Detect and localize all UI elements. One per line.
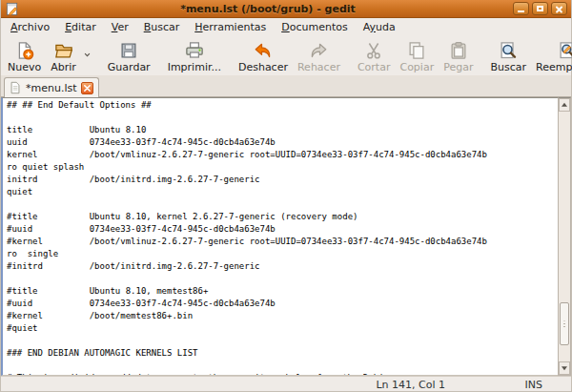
toolbar-label: Reemplazar [536,61,572,73]
chevron-down-icon [82,50,92,63]
arrow-up-icon [562,103,567,107]
toolbar-label: Deshacer [238,61,288,73]
gedit-app-icon [5,2,19,16]
text-view[interactable]: ## ## End Default Options ## title Ubunt… [1,97,558,376]
thumb-grip-icon [563,320,565,327]
toolbar: NuevoAbrirGuardarImprimir...DeshacerReha… [1,37,571,75]
close-icon [83,84,92,93]
title-bar[interactable]: *menu.lst (/boot/grub) - gedit [1,0,571,18]
editor-text[interactable]: ## ## End Default Options ## title Ubunt… [3,98,558,376]
replace-button[interactable]: Reemplazar [531,38,572,74]
maximize-button[interactable] [532,2,548,15]
minimize-button[interactable] [513,2,529,15]
undo-icon [254,41,273,60]
open-dropdown-button[interactable] [81,38,95,74]
paste-button: Pegar [439,38,478,74]
document-tab[interactable]: *menu.lst [4,77,99,97]
menu-documentos[interactable]: Documentos [274,19,355,36]
editor-area: ## ## End Default Options ## title Ubunt… [1,97,571,376]
toolbar-label: Cortar [358,61,391,73]
window-title: *menu.lst (/boot/grub) - gedit [23,3,513,15]
redo-icon [309,41,328,60]
tab-close-button[interactable] [81,82,93,94]
print-icon [185,41,204,60]
search-button[interactable]: Buscar [485,38,531,74]
menu-ayuda[interactable]: Ayuda [356,19,403,36]
redo-button: Rehacer [293,38,345,74]
search-icon [499,41,518,60]
window-controls [513,2,567,15]
gedit-window: *menu.lst (/boot/grub) - gedit ArchivoEd… [0,0,572,392]
toolbar-label: Guardar [108,61,151,73]
toolbar-label: Abrir [51,61,76,73]
menu-editar[interactable]: Editar [57,19,104,36]
menu-herramientas[interactable]: Herramientas [187,19,274,36]
paste-icon [449,41,468,60]
maximize-icon [537,6,543,11]
new-document-button[interactable]: Nuevo [3,38,46,74]
status-bar: Ln 141, Col 1 INS [1,376,571,391]
cursor-position-label: Ln 141, Col 1 [376,379,445,391]
scrollbar-thumb[interactable] [560,302,569,345]
save-button[interactable]: Guardar [103,38,155,74]
insert-mode-label: INS [525,379,542,391]
open-folder-icon [54,41,73,60]
toolbar-label: Buscar [490,61,526,73]
menu-buscar[interactable]: Buscar [136,19,188,36]
copy-button: Copiar [395,38,439,74]
cut-icon [364,41,383,60]
toolbar-label: Copiar [399,61,434,73]
toolbar-label: Pegar [443,61,473,73]
toolbar-label: Rehacer [297,61,340,73]
close-button[interactable] [551,2,567,15]
vertical-scrollbar[interactable] [558,97,571,376]
undo-button[interactable]: Deshacer [234,38,293,74]
replace-icon [558,41,572,60]
tab-bar: *menu.lst [1,75,571,97]
print-button[interactable]: Imprimir... [163,38,226,74]
arrow-down-icon [562,366,567,370]
cut-button: Cortar [353,38,396,74]
open-folder-button[interactable]: Abrir [46,38,81,74]
menu-ver[interactable]: Ver [104,19,136,36]
copy-icon [407,41,426,60]
new-document-icon [15,41,34,60]
document-icon [9,81,22,94]
save-icon [119,41,138,60]
tab-title: *menu.lst [26,82,77,94]
toolbar-label: Imprimir... [168,61,221,73]
scroll-up-button[interactable] [559,98,570,112]
scroll-down-button[interactable] [559,361,570,375]
menu-archivo[interactable]: Archivo [3,19,57,36]
menu-bar: ArchivoEditarVerBuscarHerramientasDocume… [1,18,571,37]
minimize-icon [518,10,524,12]
toolbar-label: Nuevo [8,61,41,73]
